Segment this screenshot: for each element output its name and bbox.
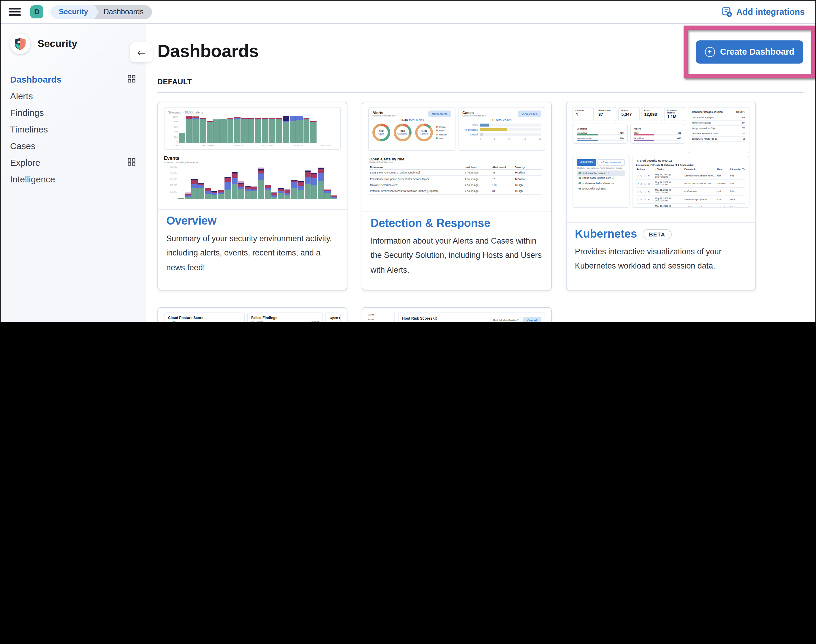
grid-icon: [128, 158, 135, 166]
default-cards-row2: Cloud Posture Score 87% 327/378 Findings…: [158, 307, 815, 322]
host-view-all-button: View all: [523, 317, 541, 322]
sidebar-header: Security: [1, 23, 146, 58]
dashboard-card-kubernetes[interactable]: Clusters4 Namespace37 Nodes5,347 Pods12,…: [566, 101, 756, 290]
rule-row: Persistence via Update Orchestrator Serv…: [369, 176, 542, 182]
add-integrations-icon: [722, 7, 732, 17]
sidebar-item-Intelligence[interactable]: Intelligence: [1, 170, 146, 187]
create-dashboard-button[interactable]: + Create Dashboard: [696, 40, 803, 63]
overview-alerts-caption: Showing: >10,000 alerts: [168, 110, 337, 114]
collapse-sidebar-button[interactable]: ⇐: [130, 42, 153, 62]
overview-card-title[interactable]: Overview: [166, 215, 338, 227]
entity-analytics-thumbnail: AlertsRulesException listsExploreHostsNe…: [362, 308, 551, 322]
logical-view-button: Logical view: [577, 159, 596, 166]
dashboard-card-entity-analytics[interactable]: AlertsRulesException listsExploreHostsNe…: [362, 307, 552, 322]
rule-row: Potential Credential Access via Windows …: [369, 188, 542, 194]
kubernetes-card-title[interactable]: Kubernetes BETA: [575, 227, 747, 241]
view-cases-button: View cases: [518, 110, 541, 117]
app-window: D Security Dashboards Add integrations: [0, 0, 816, 322]
breadcrumb-dashboards: Dashboards: [94, 5, 152, 19]
sidebar-item-Dashboards[interactable]: Dashboards: [1, 71, 146, 87]
dashboard-card-detection-response[interactable]: Alerts Updated 8 minutes ago View alerts…: [362, 101, 552, 290]
sidebar-item-Alerts[interactable]: Alerts: [1, 87, 146, 104]
space-avatar[interactable]: D: [30, 5, 43, 18]
breadcrumb-security[interactable]: Security: [51, 5, 99, 19]
sidebar-item-Timelines[interactable]: Timelines: [1, 121, 146, 137]
dashboard-card-overview[interactable]: Showing: >10,000 alerts 1000800600400200…: [158, 101, 348, 290]
detection-card-description: Information about your Alerts and Cases …: [370, 234, 543, 278]
security-sidebar: Security ⇐ Dashboards Alerts: [1, 23, 147, 322]
top-bar: D Security Dashboards Add integrations: [1, 1, 815, 24]
sidebar-item-Cases[interactable]: Cases: [1, 137, 146, 154]
cloud-posture-thumbnail: Cloud Posture Score 87% 327/378 Findings…: [158, 308, 347, 322]
detection-card-title[interactable]: Detection & Response: [370, 217, 543, 230]
main-content: Dashboards + Create Dashboard DEFAULT Sh…: [146, 23, 815, 322]
overview-alerts-chart: [179, 116, 317, 143]
kubernetes-card-description: Provides interactive visualizations of y…: [575, 245, 747, 274]
menu-icon[interactable]: [9, 8, 21, 16]
overview-thumbnail: Showing: >10,000 alerts 1000800600400200…: [158, 102, 347, 210]
shield-icon: [15, 38, 26, 50]
create-dashboard-label: Create Dashboard: [720, 47, 794, 57]
detection-thumbnail: Alerts Updated 8 minutes ago View alerts…: [362, 102, 551, 212]
breadcrumb: Security Dashboards: [51, 5, 152, 19]
sidebar-item-Findings[interactable]: Findings: [1, 104, 146, 121]
events-caption: Showing: 10,963,596 events: [164, 161, 337, 164]
add-integrations-label: Add integrations: [736, 7, 805, 17]
section-divider: [158, 92, 804, 93]
dashboard-card-cloud-posture[interactable]: Cloud Posture Score 87% 327/378 Findings…: [158, 307, 348, 322]
beta-badge: BETA: [642, 229, 672, 239]
rule-row: LSASS Memory Dump Creation [Duplicate]2 …: [369, 170, 542, 176]
add-integrations-link[interactable]: Add integrations: [722, 7, 805, 17]
overview-card-description: Summary of your security environment act…: [166, 232, 338, 275]
security-logo: [10, 34, 30, 54]
annotation-highlight-create: + Create Dashboard: [684, 26, 815, 78]
rule-row: Malware Detection Alert7 hours ago113 Hi…: [369, 182, 542, 188]
default-cards-row1: Showing: >10,000 alerts 1000800600400200…: [158, 101, 815, 290]
view-alerts-button: View alerts: [429, 110, 451, 117]
section-default-label: DEFAULT: [158, 78, 815, 86]
plus-icon: +: [705, 47, 715, 57]
host-risk-select: Host risk classification ∨: [491, 317, 521, 322]
grid-icon: [128, 75, 135, 82]
sidebar-app-title: Security: [37, 38, 77, 50]
infrastructure-view-button: Infrastructure view: [597, 159, 625, 166]
events-chart: [178, 166, 337, 199]
sidebar-nav: Dashboards Alerts: [1, 71, 146, 187]
sidebar-item-Explore[interactable]: Explore: [1, 154, 146, 170]
events-heading: Events: [164, 156, 337, 161]
kubernetes-thumbnail: Clusters4 Namespace37 Nodes5,347 Pods12,…: [566, 102, 755, 223]
